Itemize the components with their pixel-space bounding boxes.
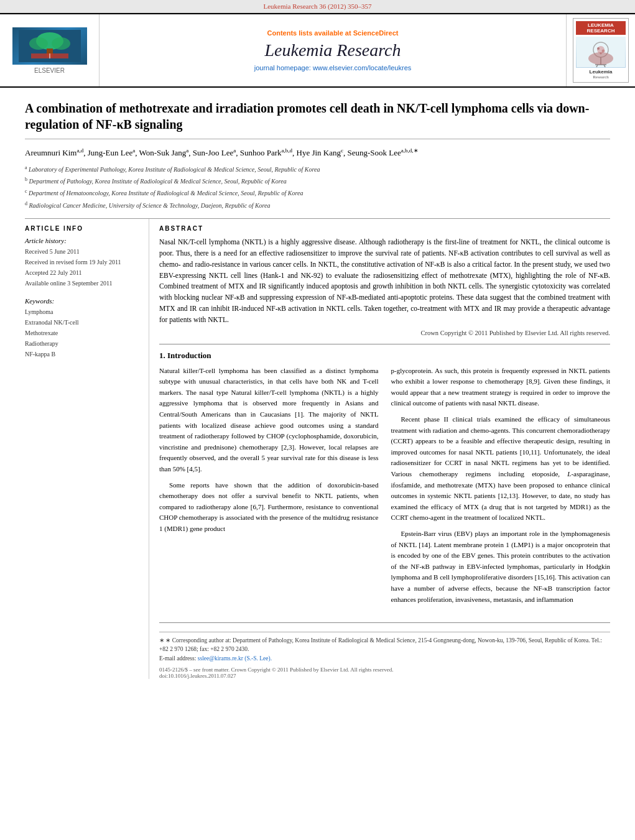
keywords-list: Lymphoma Extranodal NK/T-cell Methotrexa… <box>25 307 139 359</box>
page: Leukemia Research 36 (2012) 350–357 <box>0 0 635 840</box>
keywords-label: Keywords: <box>25 297 139 305</box>
elsevier-text: ELSEVIER <box>34 67 65 74</box>
sciencedirect-link[interactable]: Contents lists available at ScienceDirec… <box>267 29 399 37</box>
svg-point-12 <box>600 53 602 55</box>
svg-point-10 <box>597 47 600 50</box>
footnote-corresponding: ∗ ∗ Corresponding author at: Department … <box>159 636 610 654</box>
homepage-url: www.elsevier.com/locate/leukres <box>313 64 411 72</box>
top-citation-bar: Leukemia Research 36 (2012) 350–357 <box>0 0 635 13</box>
citation-text: Leukemia Research 36 (2012) 350–357 <box>263 2 371 10</box>
svg-point-2 <box>29 37 48 50</box>
abstract-text: Nasal NK/T-cell lymphoma (NKTL) is a hig… <box>159 237 610 326</box>
intro-col2: p-glycoprotein. As such, this protein is… <box>391 366 611 610</box>
article-main: ABSTRACT Nasal NK/T-cell lymphoma (NKTL)… <box>149 219 610 679</box>
history-label: Article history: <box>25 237 139 244</box>
intro-heading: 1. Introduction <box>159 351 610 361</box>
keyword-methotrexate: Methotrexate <box>25 328 139 338</box>
affiliations: a Laboratory of Experimental Pathology, … <box>25 164 610 211</box>
leukemia-logo: LEUKEMIA RESEARCH <box>567 14 635 86</box>
email-label: E-mail address: <box>159 655 196 662</box>
keyword-extranodal: Extranodal NK/T-cell <box>25 317 139 328</box>
intro-p1: Natural killer/T-cell lymphoma has been … <box>159 366 379 475</box>
email-address[interactable]: sslee@kirams.re.kr (S.-S. Lee). <box>198 655 272 662</box>
article-footer: ∗ ∗ Corresponding author at: Department … <box>159 622 610 679</box>
lk-subtitle: Research <box>576 75 626 80</box>
elsevier-tree-icon <box>19 30 81 62</box>
history-block: Article history: Received 5 June 2011 Re… <box>25 237 139 288</box>
footnote-divider <box>159 632 610 632</box>
copyright-text: Crown Copyright © 2011 Published by Else… <box>159 330 610 336</box>
footnote-text: ∗ Corresponding author at: Department of… <box>159 637 602 652</box>
lk-header: LEUKEMIA RESEARCH <box>576 21 626 35</box>
intro-col1: Natural killer/T-cell lymphoma has been … <box>159 366 379 610</box>
journal-header: ELSEVIER Contents lists available at Sci… <box>0 13 635 88</box>
svg-rect-7 <box>577 37 625 67</box>
intro-p2: Some reports have shown that the additio… <box>159 480 379 535</box>
leukemia-logo-box: LEUKEMIA RESEARCH <box>573 18 629 83</box>
keyword-radiotherapy: Radiotherapy <box>25 338 139 349</box>
svg-point-11 <box>602 50 605 53</box>
affiliation-d: d Radiological Cancer Medicine, Universi… <box>25 200 610 211</box>
affiliation-c: c Department of Hematooncology, Korea In… <box>25 188 610 198</box>
keywords-block: Keywords: Lymphoma Extranodal NK/T-cell … <box>25 297 139 359</box>
affiliation-a: a Laboratory of Experimental Pathology, … <box>25 164 610 175</box>
intro-p3: p-glycoprotein. As such, this protein is… <box>391 366 611 409</box>
journal-title: Leukemia Research <box>265 40 401 60</box>
intro-p4: Recent phase II clinical trials examined… <box>391 414 611 524</box>
leukemia-research-icon <box>577 37 625 67</box>
abstract-title: ABSTRACT <box>159 225 610 232</box>
received-date: Received 5 June 2011 Received in revised… <box>25 246 139 288</box>
article-info-title: ARTICLE INFO <box>25 225 139 232</box>
svg-point-3 <box>52 37 70 50</box>
lk-title: Leukemia <box>576 69 626 75</box>
keyword-nfkappa: NF-kappa B <box>25 349 139 359</box>
intro-two-col: Natural killer/T-cell lymphoma has been … <box>159 366 610 610</box>
sciencedirect-name: ScienceDirect <box>353 29 399 37</box>
footnote-asterisk: ∗ <box>159 637 165 644</box>
lk-img <box>576 37 626 68</box>
keyword-lymphoma: Lymphoma <box>25 307 139 317</box>
footer-license: 0145-2126/$ – see front matter. Crown Co… <box>159 667 610 679</box>
article-info-panel: ARTICLE INFO Article history: Received 5… <box>25 219 149 679</box>
footnote-email: E-mail address: sslee@kirams.re.kr (S.-S… <box>159 654 610 663</box>
article-body: ARTICLE INFO Article history: Received 5… <box>25 218 610 679</box>
journal-center: Contents lists available at ScienceDirec… <box>100 14 567 86</box>
elsevier-logo-img <box>12 27 87 65</box>
license-text: 0145-2126/$ – see front matter. Crown Co… <box>159 667 610 673</box>
main-content: A combination of methotrexate and irradi… <box>0 88 635 691</box>
introduction-section: 1. Introduction Natural killer/T-cell ly… <box>159 344 610 610</box>
authors-line: Areumnuri Kima,d, Jung-Eun Leea, Won-Suk… <box>25 147 610 159</box>
homepage-label: journal homepage: <box>254 64 313 72</box>
affiliation-b: b Department of Pathology, Korea Institu… <box>25 176 610 187</box>
article-title: A combination of methotrexate and irradi… <box>25 100 610 139</box>
intro-p5: Epstein-Barr virus (EBV) plays an import… <box>391 528 611 605</box>
contents-label: Contents lists available at <box>267 29 351 37</box>
homepage-link[interactable]: journal homepage: www.elsevier.com/locat… <box>254 64 412 72</box>
elsevier-logo: ELSEVIER <box>0 14 100 86</box>
doi-text: doi:10.1016/j.leukres.2011.07.027 <box>159 673 610 679</box>
